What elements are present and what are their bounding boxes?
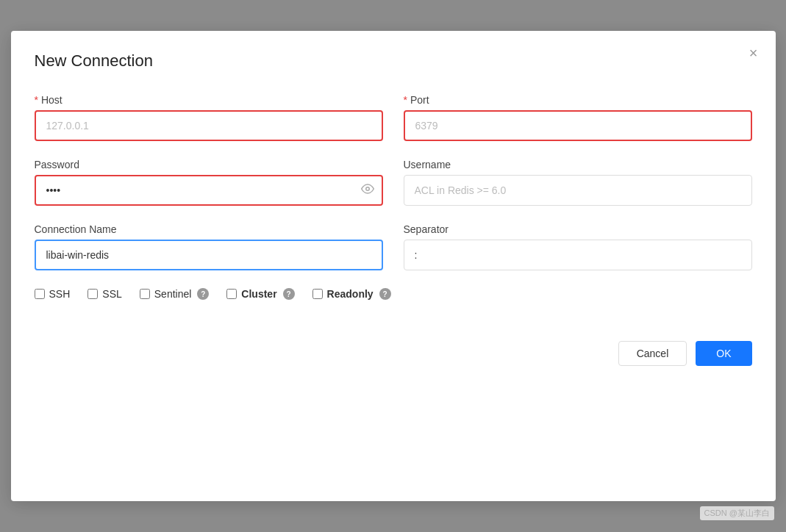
host-group: * Host [35,94,383,141]
separator-group: Separator [404,223,752,270]
connname-separator-row: Connection Name Separator [35,223,752,270]
connection-name-input[interactable] [35,240,383,270]
username-label: Username [404,159,752,170]
toggle-password-icon[interactable] [361,182,374,198]
readonly-checkbox-item[interactable]: Readonly ? [312,288,391,300]
cluster-checkbox-item[interactable]: Cluster ? [226,288,294,300]
port-group: * Port [404,94,752,141]
password-input[interactable] [35,175,383,206]
host-port-row: * Host * Port [35,94,752,141]
ssl-checkbox-item[interactable]: SSL [87,288,121,300]
new-connection-dialog: New Connection × * Host * Port [11,31,776,501]
ssh-checkbox-item[interactable]: SSH [35,288,71,300]
readonly-help-icon[interactable]: ? [379,288,391,300]
password-group: Password [35,159,383,206]
separator-label: Separator [404,223,752,235]
port-input[interactable] [404,110,752,141]
readonly-label: Readonly [327,288,374,300]
connection-name-label: Connection Name [35,223,383,235]
readonly-checkbox[interactable] [312,289,323,299]
cluster-label: Cluster [241,288,276,300]
sentinel-help-icon[interactable]: ? [197,288,209,300]
cluster-help-icon[interactable]: ? [283,288,295,300]
password-wrapper [35,175,383,206]
connection-name-group: Connection Name [35,223,383,270]
username-group: Username [404,159,752,206]
username-input[interactable] [404,175,752,206]
sentinel-checkbox[interactable] [140,289,150,299]
ssl-checkbox[interactable] [87,289,98,299]
dialog-title: New Connection [35,51,752,71]
ok-button[interactable]: OK [696,341,751,366]
dialog-overlay: New Connection × * Host * Port [0,0,786,532]
cancel-button[interactable]: Cancel [618,341,687,366]
svg-point-0 [365,187,369,191]
password-username-row: Password Username [35,159,752,206]
close-button[interactable]: × [749,46,758,60]
port-label: * Port [404,94,752,106]
password-label: Password [35,159,383,170]
ssh-label: SSH [49,288,71,300]
watermark: CSDN @某山李白 [700,506,774,520]
host-required-star: * [35,94,38,106]
host-label: * Host [35,94,383,106]
host-input[interactable] [35,110,383,141]
cluster-checkbox[interactable] [226,289,237,299]
ssh-checkbox[interactable] [35,289,45,299]
sentinel-label: Sentinel [154,288,192,300]
port-required-star: * [404,94,407,106]
checkboxes-row: SSH SSL Sentinel ? Cluster ? [35,288,752,300]
separator-input[interactable] [404,240,752,270]
ssl-label: SSL [102,288,121,300]
sentinel-checkbox-item[interactable]: Sentinel ? [140,288,210,300]
dialog-footer: Cancel OK [35,329,752,366]
